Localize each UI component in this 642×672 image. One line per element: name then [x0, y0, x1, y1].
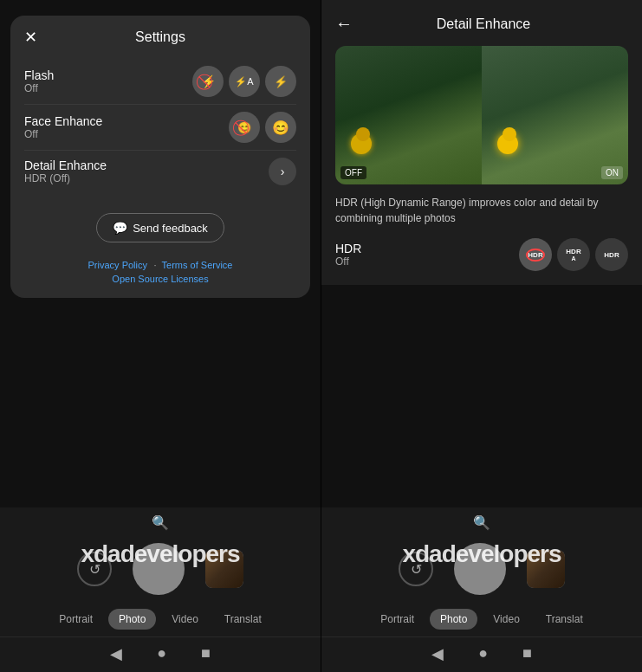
left-phone-screen: ✕ Settings Flash Off ⚡⃠ ⚡A ⚡: [0, 0, 321, 672]
right-tab-photo[interactable]: Photo: [430, 609, 477, 630]
face-enhance-subtitle: Off: [24, 128, 102, 140]
settings-panel: ✕ Settings Flash Off ⚡⃠ ⚡A ⚡: [10, 16, 310, 298]
settings-header: ✕ Settings: [24, 29, 296, 45]
left-home-nav[interactable]: ●: [157, 644, 166, 663]
left-mode-tabs: Portrait Photo Video Translat: [0, 604, 321, 636]
left-nav-bar: ◀ ● ■: [0, 636, 321, 672]
flash-title: Flash: [24, 68, 54, 82]
after-plant: [482, 46, 628, 184]
left-tab-translate[interactable]: Translat: [214, 609, 272, 630]
settings-title: Settings: [135, 29, 185, 45]
right-back-nav[interactable]: ◀: [431, 644, 444, 663]
left-thumbnail[interactable]: [205, 550, 243, 588]
hdr-title: HDR: [335, 242, 361, 255]
right-zoom-icon: 🔍: [473, 514, 490, 531]
hdr-controls: HDR HDR A HDR: [519, 238, 628, 271]
left-tab-portrait[interactable]: Portrait: [49, 609, 103, 630]
face-enhance-controls: 😊⃠ 😊: [229, 112, 296, 143]
detail-enhance-chevron-button[interactable]: ›: [269, 158, 296, 185]
hdr-off-button[interactable]: HDR: [519, 238, 552, 271]
detail-enhance-panel: ← Detail Enhance OFF ON: [321, 0, 642, 285]
right-thumbnail-image: [527, 550, 565, 588]
before-after-comparison: OFF ON: [335, 46, 628, 184]
send-feedback-button[interactable]: 💬 Send feedback: [96, 213, 224, 242]
close-button[interactable]: ✕: [24, 28, 37, 47]
link-separator: ·: [153, 260, 159, 270]
right-camera-bottom: 🔍 ↺ Portrait Photo Video Translat ◀ ● ■: [321, 507, 642, 672]
left-zoom-indicator: 🔍: [0, 507, 321, 534]
detail-enhance-title: Detail Enhance: [24, 158, 107, 172]
left-camera-bottom: 🔍 ↺ Portrait Photo Video Translat ◀ ● ■: [0, 507, 321, 672]
right-tab-video[interactable]: Video: [483, 609, 529, 630]
detail-enhance-subtitle: HDR (Off): [24, 172, 107, 184]
left-back-nav[interactable]: ◀: [110, 644, 122, 663]
before-image: OFF: [335, 46, 482, 184]
right-nav-bar: ◀ ● ■: [321, 636, 642, 672]
face-enhance-off-button[interactable]: 😊⃠: [229, 112, 260, 143]
open-source-link[interactable]: Open Source Licenses: [24, 274, 296, 284]
flash-auto-button[interactable]: ⚡A: [229, 66, 260, 97]
left-camera-controls: ↺: [0, 534, 321, 604]
flash-controls: ⚡⃠ ⚡A ⚡: [192, 66, 296, 97]
left-shutter-button[interactable]: [133, 543, 185, 595]
hdr-label: HDR Off: [335, 242, 361, 268]
hdr-auto-button[interactable]: HDR A: [557, 238, 590, 271]
flash-subtitle: Off: [24, 82, 54, 94]
right-recents-nav[interactable]: ■: [522, 644, 532, 663]
back-button[interactable]: ←: [335, 14, 353, 34]
left-tab-video[interactable]: Video: [161, 609, 208, 630]
settings-links: Privacy Policy · Terms of Service Open S…: [24, 256, 296, 284]
right-phone-screen: ← Detail Enhance OFF ON: [321, 0, 642, 672]
face-enhance-title: Face Enhance: [24, 114, 102, 128]
feedback-label: Send feedback: [133, 222, 208, 235]
detail-enhance-title: Detail Enhance: [363, 16, 628, 32]
right-shutter-button[interactable]: [454, 543, 506, 595]
face-enhance-on-button[interactable]: 😊: [265, 112, 296, 143]
detail-enhance-header: ← Detail Enhance: [335, 14, 628, 34]
flash-off-button[interactable]: ⚡⃠: [192, 66, 224, 97]
after-image: ON: [482, 46, 628, 184]
right-tab-portrait[interactable]: Portrait: [370, 609, 425, 630]
terms-of-service-link[interactable]: Terms of Service: [162, 260, 233, 270]
detail-enhance-controls: ›: [269, 158, 296, 185]
off-label: OFF: [340, 166, 366, 179]
left-thumbnail-image: [205, 550, 243, 588]
right-thumbnail[interactable]: [527, 550, 565, 588]
right-camera-controls: ↺: [321, 534, 642, 604]
flash-row: Flash Off ⚡⃠ ⚡A ⚡: [24, 59, 296, 105]
left-recents-nav[interactable]: ■: [201, 644, 211, 663]
left-zoom-icon: 🔍: [152, 514, 169, 531]
flower-petal-off: [356, 127, 370, 141]
right-zoom-indicator: 🔍: [321, 507, 642, 534]
right-rotate-button[interactable]: ↺: [399, 552, 433, 586]
left-tab-photo[interactable]: Photo: [108, 609, 156, 630]
hdr-description: HDR (High Dynamic Range) improves color …: [335, 195, 628, 226]
on-label: ON: [601, 166, 623, 179]
feedback-icon: 💬: [113, 221, 127, 235]
hdr-subtitle: Off: [335, 255, 361, 268]
flower-petal-on: [503, 127, 516, 141]
detail-enhance-row: Detail Enhance HDR (Off) ›: [24, 151, 296, 192]
left-rotate-button[interactable]: ↺: [77, 552, 112, 586]
hdr-on-button[interactable]: HDR: [595, 238, 628, 271]
flash-on-button[interactable]: ⚡: [265, 66, 296, 97]
right-tab-translate[interactable]: Translat: [535, 609, 593, 630]
hdr-row: HDR Off HDR HDR A HDR: [335, 238, 628, 271]
face-enhance-row: Face Enhance Off 😊⃠ 😊: [24, 105, 296, 151]
before-plant: [335, 46, 482, 184]
face-enhance-label: Face Enhance Off: [24, 114, 102, 140]
right-home-nav[interactable]: ●: [478, 644, 488, 663]
privacy-policy-link[interactable]: Privacy Policy: [88, 260, 147, 270]
detail-enhance-label: Detail Enhance HDR (Off): [24, 158, 107, 184]
flash-label: Flash Off: [24, 68, 54, 94]
right-mode-tabs: Portrait Photo Video Translat: [321, 604, 642, 636]
